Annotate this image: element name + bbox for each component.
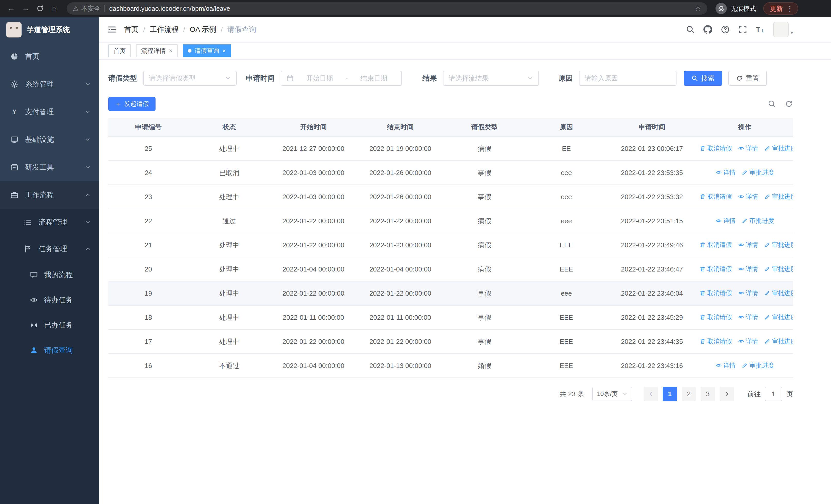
create-leave-button[interactable]: ＋ 发起请假 <box>108 97 155 111</box>
cell-actions: 详情审批进度 <box>696 354 793 378</box>
hide-search-icon[interactable] <box>768 100 776 108</box>
refresh-table-icon[interactable] <box>785 100 793 108</box>
sidebar-item-process-mgmt[interactable]: 流程管理 <box>0 209 99 236</box>
sidebar-item-done-tasks[interactable]: 已办任务 <box>0 313 99 338</box>
approval-progress-link[interactable]: 审批进度 <box>742 361 774 369</box>
prev-page-button[interactable] <box>643 387 658 401</box>
sidebar-item-label: 工作流程 <box>25 190 78 200</box>
fullscreen-icon[interactable] <box>738 25 747 34</box>
sidebar-item-label: 首页 <box>25 52 91 61</box>
home-icon[interactable]: ⌂ <box>48 2 61 14</box>
view-detail-link[interactable]: 详情 <box>738 144 758 152</box>
view-detail-link[interactable]: 详情 <box>716 361 736 369</box>
tab-leave-query[interactable]: 请假查询 × <box>183 45 231 57</box>
sidebar-item-infrastructure[interactable]: 基础设施 <box>0 126 99 153</box>
page-content: 请假类型 请选择请假类型 申请时间 开始日期 - 结束日期 结果 请选择流结果 <box>99 60 831 504</box>
page-size-select[interactable]: 10条/页 <box>592 387 632 401</box>
security-warning[interactable]: ⚠ 不安全 <box>73 4 101 13</box>
sidebar-item-label: 已办任务 <box>44 320 73 330</box>
view-detail-link[interactable]: 详情 <box>738 337 758 346</box>
cancel-leave-link[interactable]: 取消请假 <box>699 241 732 249</box>
update-button[interactable]: 更新 ⋮ <box>763 2 798 14</box>
approval-progress-link[interactable]: 审批进度 <box>764 337 793 346</box>
approval-progress-link[interactable]: 审批进度 <box>764 265 793 273</box>
approval-progress-link[interactable]: 审批进度 <box>764 313 793 321</box>
bookmark-star-icon[interactable]: ☆ <box>695 4 701 13</box>
cell-status: 处理中 <box>189 305 270 329</box>
cancel-leave-link[interactable]: 取消请假 <box>699 289 732 297</box>
cancel-leave-link[interactable]: 取消请假 <box>699 337 732 346</box>
back-icon[interactable]: ← <box>5 2 18 14</box>
sidebar-item-leave-query[interactable]: 请假查询 <box>0 338 99 363</box>
date-range-picker[interactable]: 开始日期 - 结束日期 <box>281 71 402 86</box>
breadcrumb-oa-example[interactable]: OA 示例 <box>190 25 216 34</box>
collapse-sidebar-icon[interactable] <box>107 25 116 34</box>
toolbar-right <box>768 100 793 108</box>
cancel-leave-link[interactable]: 取消请假 <box>699 192 732 201</box>
sidebar-item-todo-tasks[interactable]: 待办任务 <box>0 288 99 313</box>
browser-menu-icon[interactable]: ⋮ <box>786 4 794 13</box>
cell-actions: 详情审批进度 <box>696 161 793 185</box>
cancel-leave-link[interactable]: 取消请假 <box>699 265 732 273</box>
view-detail-link[interactable]: 详情 <box>738 313 758 321</box>
breadcrumb-workflow[interactable]: 工作流程 <box>150 25 179 34</box>
tab-process-detail[interactable]: 流程详情 × <box>136 45 178 57</box>
close-icon[interactable]: × <box>169 48 172 54</box>
sidebar-item-home[interactable]: 首页 <box>0 42 99 70</box>
sidebar-item-devtools[interactable]: 研发工具 <box>0 153 99 181</box>
col-apply-time: 申请时间 <box>607 118 696 137</box>
view-detail-link[interactable]: 详情 <box>716 168 736 177</box>
view-detail-link[interactable]: 详情 <box>738 289 758 297</box>
sidebar-item-system[interactable]: 系统管理 <box>0 70 99 98</box>
reload-icon[interactable] <box>34 2 46 14</box>
approval-progress-link[interactable]: 审批进度 <box>742 216 774 225</box>
cell-reason: EEE <box>525 233 607 257</box>
github-icon[interactable] <box>704 25 712 34</box>
approval-progress-link[interactable]: 审批进度 <box>742 168 774 177</box>
breadcrumb-home[interactable]: 首页 <box>124 25 139 34</box>
close-icon[interactable]: × <box>222 48 226 54</box>
help-icon[interactable] <box>721 25 729 34</box>
sidebar-item-payment[interactable]: ¥ 支付管理 <box>0 98 99 126</box>
table-row: 21 处理中 2022-01-22 00:00:00 2022-01-23 00… <box>108 233 793 257</box>
view-detail-link[interactable]: 详情 <box>738 192 758 201</box>
avatar[interactable] <box>773 22 789 37</box>
address-bar[interactable]: ⚠ 不安全 dashboard.yudao.iocoder.cn/bpm/oa/… <box>67 2 707 14</box>
view-detail-link[interactable]: 详情 <box>738 265 758 273</box>
search-button[interactable]: 搜索 <box>684 71 722 86</box>
cancel-leave-link[interactable]: 取消请假 <box>699 144 732 152</box>
cancel-leave-link[interactable]: 取消请假 <box>699 313 732 321</box>
page-button-1[interactable]: 1 <box>663 387 677 401</box>
next-page-button[interactable] <box>720 387 734 401</box>
sidebar-item-label: 系统管理 <box>25 79 78 89</box>
sidebar-item-my-process[interactable]: 我的流程 <box>0 262 99 288</box>
user-menu[interactable]: ▾ <box>773 22 793 37</box>
page-button-2[interactable]: 2 <box>682 387 696 401</box>
approval-progress-link[interactable]: 审批进度 <box>764 192 793 201</box>
view-detail-link[interactable]: 详情 <box>716 216 736 225</box>
sidebar-item-task-mgmt[interactable]: 任务管理 <box>0 236 99 262</box>
goto-page-input[interactable] <box>765 387 782 401</box>
col-actions: 操作 <box>696 118 793 137</box>
cell-start-time: 2022-01-04 00:00:00 <box>270 257 357 281</box>
table-row: 24 已取消 2022-01-03 00:00:00 2022-01-26 00… <box>108 161 793 185</box>
approval-progress-link[interactable]: 审批进度 <box>764 289 793 297</box>
sidebar-item-label: 流程管理 <box>38 217 78 227</box>
cell-actions: 取消请假详情审批进度 <box>696 281 793 305</box>
cell-status: 通过 <box>189 209 270 233</box>
cell-actions: 取消请假详情审批进度 <box>696 233 793 257</box>
page-button-3[interactable]: 3 <box>700 387 715 401</box>
reset-button[interactable]: 重置 <box>728 71 767 86</box>
view-detail-link[interactable]: 详情 <box>738 241 758 249</box>
approval-progress-link[interactable]: 审批进度 <box>764 144 793 152</box>
forward-icon[interactable]: → <box>20 2 32 14</box>
search-icon[interactable] <box>686 25 695 34</box>
sidebar-item-workflow[interactable]: 工作流程 <box>0 181 99 209</box>
approval-progress-link[interactable]: 审批进度 <box>764 241 793 249</box>
cell-actions: 取消请假详情审批进度 <box>696 137 793 161</box>
tab-home[interactable]: 首页 <box>108 45 131 57</box>
font-size-icon[interactable]: TT <box>756 25 765 34</box>
leave-type-select[interactable]: 请选择请假类型 <box>143 71 237 86</box>
result-select[interactable]: 请选择流结果 <box>443 71 539 86</box>
reason-input[interactable] <box>584 75 671 82</box>
